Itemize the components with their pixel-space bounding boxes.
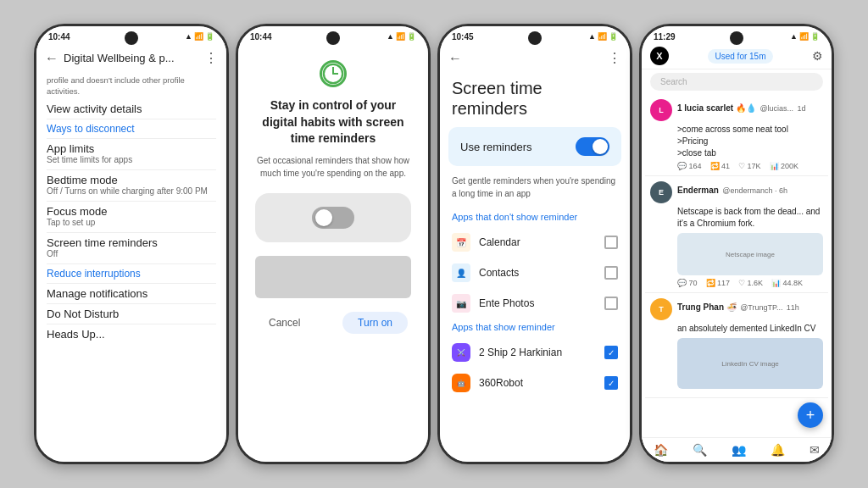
app1-checkbox[interactable]: ✓ [604,346,618,359]
phone1-header: ← Digital Wellbeing & p... ⋮ [36,43,226,71]
view-activity-item[interactable]: View activity details [47,103,216,115]
calendar-icon: 📅 [452,233,470,252]
gear-icon[interactable]: ⚙ [812,49,823,63]
reminders-toggle[interactable] [576,137,609,156]
user1-handle: @lucias... [760,104,793,113]
phone2: 10:44 ▲ 📶 🔋 Stay in control of your digi… [236,24,431,464]
used-badge: Used for 15m [708,49,772,64]
user2-name: Enderman [677,186,719,195]
notifications-nav-icon[interactable]: 🔔 [771,443,785,457]
bedtime-mode-title[interactable]: Bedtime mode [47,174,216,186]
time-2: 10:44 [250,32,272,42]
calendar-checkbox[interactable] [604,236,618,249]
tweet-2-meta: Enderman @endermanch · 6h [677,181,787,197]
heads-up-title[interactable]: Heads Up... [47,328,216,341]
ente-photos-name: Ente Photos [479,297,604,309]
app1-row[interactable]: ⚔️ 2 Ship 2 Harkinian ✓ [440,337,630,368]
search-nav-icon[interactable]: 🔍 [693,443,707,457]
phone3-title: Screen time reminders [440,71,630,127]
app2-checkbox[interactable]: ✓ [604,376,618,390]
tweet-3-meta: Trung Phan 🍜 @TrungTP... 11h [677,298,799,313]
tweet-3[interactable]: T Trung Phan 🍜 @TrungTP... 11h an absolu… [645,293,828,398]
app1-icon: ⚔️ [452,343,470,362]
use-reminders-row[interactable]: Use reminders [448,127,621,166]
communities-nav-icon[interactable]: 👥 [732,443,746,457]
apps-no-reminder-heading: Apps that don't show reminder [440,208,630,227]
ways-disconnect-link[interactable]: Ways to disconnect [47,123,216,135]
app-limits-title[interactable]: App limits [47,142,216,155]
user3-time: 11h [787,303,799,312]
battery-icon-2: 🔋 [407,32,416,41]
status-icons-3: ▲ 📶 🔋 [588,32,618,41]
tweet-2[interactable]: E Enderman @endermanch · 6h Netscape is … [645,176,828,293]
app2-row[interactable]: 🤖 360Robot ✓ [440,368,630,398]
contacts-icon: 👤 [452,263,470,282]
reply-action-2[interactable]: 💬 70 [677,279,698,287]
reduce-interruptions-link[interactable]: Reduce interruptions [47,268,216,280]
signal-icon-3: ▲ [588,32,596,41]
contacts-checkbox[interactable] [604,266,618,280]
profile-note: profile and doesn't include other profil… [47,75,216,97]
search-bar[interactable]: Search [650,73,823,91]
back-arrow-icon[interactable]: ← [45,51,58,66]
clock-icon-wrap [320,60,347,87]
wifi-icon-3: 📶 [598,32,607,41]
search-placeholder: Search [660,77,687,86]
time-4: 11:29 [654,32,676,42]
back-arrow-3[interactable]: ← [448,51,462,66]
tweet-1-meta: 1 lucia scarlet 🔥💧 @lucias... 1d [677,99,806,114]
do-not-disturb-title[interactable]: Do Not Disturb [47,308,216,320]
more-options-icon[interactable]: ⋮ [204,50,218,66]
tweet-2-image: Netscape image [677,233,823,275]
status-icons-1: ▲ 📶 🔋 [185,32,214,41]
retweet-action-2[interactable]: 🔁 117 [706,279,731,287]
use-reminders-label: Use reminders [460,141,532,153]
compose-fab[interactable]: + [798,402,823,428]
clock-svg [322,62,344,86]
screen-time-title[interactable]: Screen time reminders [47,236,216,249]
retweet-action-1[interactable]: 🔁 41 [710,162,731,170]
phone2-graphic [255,256,411,298]
tweet-2-actions: 💬 70 🔁 117 ♡ 1.6K 📊 44.8K [677,279,823,287]
wifi-icon: 📶 [194,32,203,41]
time-1: 10:44 [48,32,70,42]
notch-2 [326,31,340,45]
tweet-1-header: L 1 lucia scarlet 🔥💧 @lucias... 1d [650,99,823,121]
calendar-name: Calendar [479,236,604,248]
avatar-3: T [650,298,672,320]
calendar-row[interactable]: 📅 Calendar [440,227,630,258]
phone3: 10:45 ▲ 📶 🔋 ← ⋮ Screen time reminders Us… [437,24,632,464]
user1-time: 1d [798,104,806,113]
more-icon-3[interactable]: ⋮ [608,50,621,66]
home-nav-icon[interactable]: 🏠 [654,443,668,457]
phone2-content: Stay in control of your digital habits w… [238,43,428,462]
phone3-content: ← ⋮ Screen time reminders Use reminders … [440,43,630,462]
phone4: 11:29 ▲ 📶 🔋 X Used for 15m ⚙ Search L [639,24,834,464]
battery-icon-4: 🔋 [810,32,820,41]
turn-on-button[interactable]: Turn on [342,312,408,334]
reply-action-1[interactable]: 💬 164 [677,162,702,170]
tweet-1[interactable]: L 1 lucia scarlet 🔥💧 @lucias... 1d >come… [645,94,828,176]
ente-photos-row[interactable]: 📷 Ente Photos [440,288,630,319]
phone1-body: profile and doesn't include other profil… [36,71,226,344]
focus-mode-title[interactable]: Focus mode [47,205,216,218]
screen-time-sub: Off [47,249,216,258]
phone2-heading: Stay in control of your digital habits w… [255,97,411,147]
time-3: 10:45 [452,32,474,42]
feed: L 1 lucia scarlet 🔥💧 @lucias... 1d >come… [642,94,832,437]
avatar-2: E [650,181,672,203]
manage-notif-title[interactable]: Manage notifications [47,287,216,300]
wifi-icon-4: 📶 [799,32,809,41]
contacts-row[interactable]: 👤 Contacts [440,258,630,288]
contacts-name: Contacts [479,267,604,279]
phone1: 10:44 ▲ 📶 🔋 ← Digital Wellbeing & p... ⋮… [34,24,229,464]
like-action-2[interactable]: ♡ 1.6K [738,279,763,287]
tweet-3-text: an absolutely demented LinkedIn CV [677,323,823,335]
phone4-header: X Used for 15m ⚙ [642,43,832,69]
messages-nav-icon[interactable]: ✉ [810,443,820,457]
ente-photos-checkbox[interactable] [604,297,618,310]
battery-icon: 🔋 [205,32,214,41]
like-action-1[interactable]: ♡ 17K [738,162,761,170]
cancel-button[interactable]: Cancel [259,312,310,334]
user3-handle: @TrungTP... [740,303,782,312]
